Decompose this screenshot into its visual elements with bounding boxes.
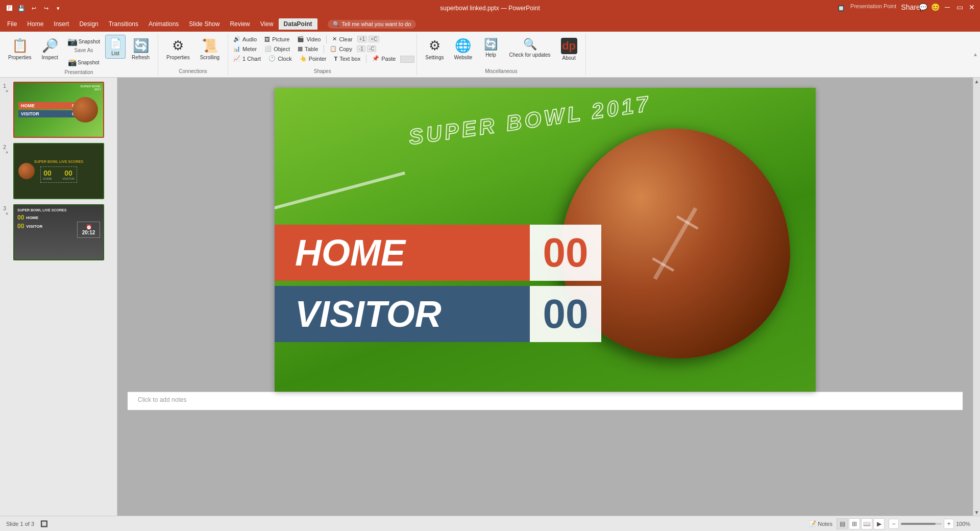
content-area: SUPER BOWL 2017 HOME 00 VISITOR 00 Click… — [117, 78, 973, 516]
settings-btn[interactable]: ⚙ Settings — [421, 35, 448, 63]
home-score-row: HOME 00 — [275, 225, 601, 281]
table-btn[interactable]: ▦Table — [295, 44, 321, 53]
ribbon-scroll-btn[interactable]: ▲ — [973, 52, 978, 57]
slide-info: Slide 1 of 3 — [6, 521, 34, 527]
object-btn[interactable]: ⬜Object — [261, 44, 293, 53]
slide-item-2[interactable]: 2 ★ SUPER BOWL LIVE SCORES 00 HOME — [3, 143, 114, 199]
notes-icon: 📝 — [809, 520, 816, 527]
menu-review[interactable]: Review — [225, 18, 255, 30]
menu-slideshow[interactable]: Slide Show — [184, 18, 225, 30]
conn-properties-btn[interactable]: ⚙ Properties — [162, 35, 194, 63]
menu-animations[interactable]: Animations — [143, 18, 184, 30]
shapes-divider3 — [366, 55, 366, 63]
thumb1-title: SUPER BOWL2017 — [80, 85, 101, 91]
ribbon-display-btn[interactable]: 🔲 — [836, 3, 846, 13]
list-btn[interactable]: 📄 List — [105, 35, 126, 59]
help-label: Help — [485, 52, 496, 58]
refresh-btn[interactable]: 🔄 Refresh — [128, 35, 154, 63]
refresh-icon: 🔄 — [133, 38, 149, 54]
restore-btn[interactable]: ▭ — [955, 3, 964, 11]
chart-icon: 📈 — [233, 55, 240, 62]
slide-number-col-1: 1 ★ — [3, 82, 10, 93]
slide-star-1: ★ — [5, 89, 9, 93]
slide-item-1[interactable]: 1 ★ SUPER BOWL2017 HOME 00 VISITOR 00 — [3, 82, 114, 138]
slide-item-3[interactable]: 3 ★ SUPER BOWL LIVE SCORES 00 HOME 00 VI… — [3, 204, 114, 260]
avatar-btn[interactable]: 😊 — [931, 3, 939, 11]
menu-file[interactable]: File — [2, 18, 22, 30]
menu-view[interactable]: View — [255, 18, 279, 30]
share-btn[interactable]: Share — [906, 3, 915, 11]
about-icon: dp — [561, 38, 577, 54]
save-quick-btn[interactable]: 💾 — [16, 3, 27, 13]
view-buttons: ▤ ⊞ 📖 ▶ — [837, 518, 885, 529]
slide-thumb-3[interactable]: SUPER BOWL LIVE SCORES 00 HOME 00 VISITO… — [13, 204, 104, 260]
chart-btn[interactable]: 📈1 Chart — [230, 54, 264, 63]
menu-home[interactable]: Home — [22, 18, 48, 30]
paste-btn[interactable]: 📌Paste — [369, 54, 399, 63]
pointer-btn[interactable]: 👆Pointer — [297, 54, 330, 63]
slideshow-view-btn[interactable]: ▶ — [873, 518, 885, 529]
counter-minus-c[interactable]: -C — [367, 45, 377, 52]
inspect-btn[interactable]: 🔎 Inspect — [38, 35, 62, 63]
zoom-out-btn[interactable]: − — [889, 519, 899, 529]
video-btn[interactable]: 🎬Video — [294, 35, 324, 43]
picture-icon: 🖼 — [264, 36, 270, 42]
fit-to-window-btn[interactable]: 🔲 — [40, 520, 48, 527]
thumb1-football — [72, 97, 98, 123]
counter-plus-c[interactable]: +C — [369, 36, 379, 42]
menu-insert[interactable]: Insert — [48, 18, 74, 30]
help-btn[interactable]: 🔄 Help — [478, 35, 503, 61]
website-btn[interactable]: 🌐 Website — [450, 35, 476, 63]
menu-datapoint[interactable]: DataPoint — [279, 18, 317, 30]
slide-number-col-3: 3 ★ — [3, 204, 10, 216]
ribbon-group-shapes: 🔊Audio 🖼Picture 🎬Video ✕Clear +1 +C 📊Met… — [228, 34, 417, 75]
close-btn[interactable]: ✕ — [968, 3, 976, 11]
clear-icon: ✕ — [332, 36, 337, 42]
slide-thumb-2[interactable]: SUPER BOWL LIVE SCORES 00 HOME 00 VISITO… — [13, 143, 104, 199]
slide-thumb-1[interactable]: SUPER BOWL2017 HOME 00 VISITOR 00 — [13, 82, 104, 138]
about-label: About — [562, 55, 576, 61]
notes-bar[interactable]: Click to add notes — [128, 392, 963, 410]
undo-quick-btn[interactable]: ↩ — [29, 3, 39, 13]
check-updates-btn[interactable]: 🔍 Check for updates — [505, 35, 554, 61]
scrolling-label: Scrolling — [200, 55, 219, 60]
clear-btn[interactable]: ✕Clear — [329, 35, 355, 43]
menu-transitions[interactable]: Transitions — [104, 18, 143, 30]
snapshot-saveas-btn[interactable]: 📷 Snapshot Save As — [64, 35, 103, 55]
audio-btn[interactable]: 🔊Audio — [230, 35, 260, 43]
properties-label: Properties — [8, 55, 32, 60]
scroll-up-btn[interactable]: ▲ — [973, 78, 981, 85]
counter-minus1[interactable]: -1 — [357, 45, 365, 52]
thumb2-visitor-label: VISITOR — [62, 177, 75, 180]
picture-btn[interactable]: 🖼Picture — [261, 35, 292, 43]
counter-plus1[interactable]: +1 — [357, 36, 367, 42]
thumb2-football — [18, 163, 35, 179]
clock-btn[interactable]: 🕐Clock — [265, 54, 295, 63]
properties-btn[interactable]: 📋 Properties — [4, 35, 36, 63]
about-btn[interactable]: dp About — [557, 35, 581, 64]
comments-btn[interactable]: 💬 — [919, 3, 927, 11]
menu-design[interactable]: Design — [74, 18, 103, 30]
slide-sorter-btn[interactable]: ⊞ — [849, 518, 860, 529]
search-box[interactable]: 🔍 Tell me what you want to do — [328, 20, 416, 29]
ribbon-group-connections: ⚙ Properties 📜 Scrolling Connections — [158, 34, 228, 75]
scrolling-icon: 📜 — [202, 38, 218, 54]
normal-view-btn[interactable]: ▤ — [837, 518, 848, 529]
snapshot2-btn[interactable]: 📸 Snapshot — [64, 56, 103, 68]
reading-view-btn[interactable]: 📖 — [861, 518, 872, 529]
scrolling-btn[interactable]: 📜 Scrolling — [196, 35, 224, 63]
thumb3-visitor-score: 00 — [17, 223, 24, 230]
scroll-down-btn[interactable]: ▼ — [973, 509, 981, 516]
zoom-in-btn[interactable]: + — [944, 519, 954, 529]
slide-canvas[interactable]: SUPER BOWL 2017 HOME 00 VISITOR 00 — [275, 88, 816, 392]
notes-btn[interactable]: 📝 Notes — [809, 520, 832, 527]
slide-number-col-2: 2 ★ — [3, 143, 10, 155]
minimize-btn[interactable]: ─ — [943, 3, 951, 11]
meter-btn[interactable]: 📊Meter — [230, 44, 260, 53]
zoom-slider[interactable] — [901, 523, 942, 525]
customize-quick-btn[interactable]: ▾ — [53, 3, 63, 13]
copy-btn[interactable]: 📋Copy — [327, 44, 355, 53]
textbox-btn[interactable]: TText box — [331, 55, 364, 63]
redo-quick-btn[interactable]: ↪ — [41, 3, 51, 13]
ribbon-scroll: ▲ — [973, 34, 980, 75]
